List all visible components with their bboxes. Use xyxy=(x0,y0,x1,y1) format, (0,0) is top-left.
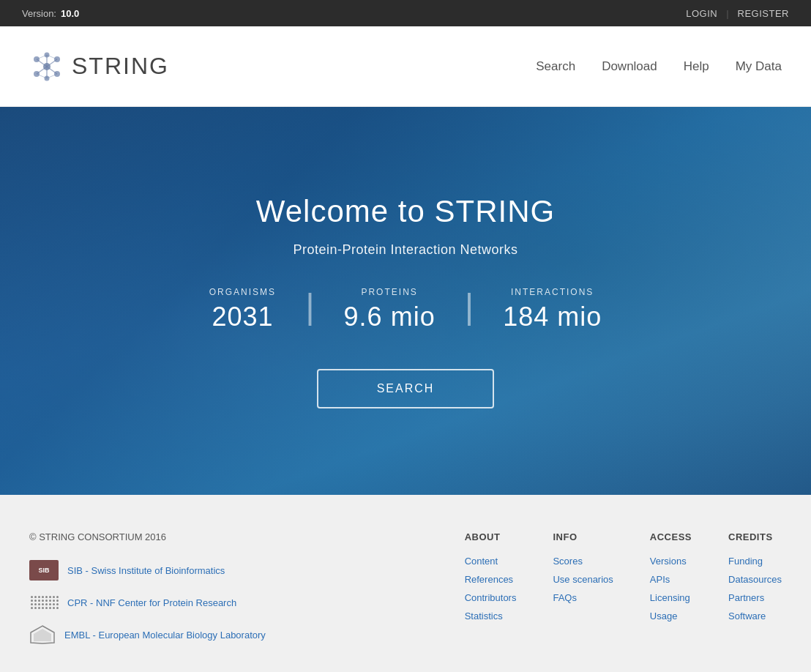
svg-line-9 xyxy=(37,67,47,74)
stat-interactions: INTERACTIONS 184 mio xyxy=(474,287,631,332)
footer-col-access: ACCESS Versions APIs Licensing Usage xyxy=(650,531,692,657)
sib-link[interactable]: SIB - Swiss Institute of Bioinformatics xyxy=(67,565,225,576)
top-bar: Version: 10.0 LOGIN | REGISTER xyxy=(0,0,811,26)
hero-section: Welcome to STRING Protein-Protein Intera… xyxy=(0,107,811,495)
register-link[interactable]: REGISTER xyxy=(738,8,789,19)
version-number: 10.0 xyxy=(61,8,79,19)
about-heading: ABOUT xyxy=(465,531,517,542)
interactions-value: 184 mio xyxy=(503,302,602,332)
access-usage-link[interactable]: Usage xyxy=(650,611,692,621)
access-heading: ACCESS xyxy=(650,531,692,542)
hero-content: Welcome to STRING Protein-Protein Intera… xyxy=(180,194,631,408)
footer-copyright: © STRING CONSORTIUM 2016 xyxy=(29,531,337,542)
footer-col-about: ABOUT Content References Contributors St… xyxy=(465,531,517,657)
stat-proteins: PROTEINS 9.6 mio xyxy=(315,287,465,332)
access-licensing-link[interactable]: Licensing xyxy=(650,592,692,603)
hero-stats: ORGANISMS 2031 | PROTEINS 9.6 mio | INTE… xyxy=(180,287,631,332)
svg-line-10 xyxy=(47,67,57,74)
info-heading: INFO xyxy=(553,531,613,542)
proteins-value: 9.6 mio xyxy=(344,302,436,332)
proteins-label: PROTEINS xyxy=(344,287,436,297)
auth-divider: | xyxy=(726,8,728,19)
footer-org-embl: EMBL - European Molecular Biology Labora… xyxy=(29,624,337,645)
interactions-label: INTERACTIONS xyxy=(503,287,602,297)
credits-software-link[interactable]: Software xyxy=(728,611,782,621)
footer: © STRING CONSORTIUM 2016 SIB SIB - Swiss… xyxy=(0,495,811,672)
version-info: Version: 10.0 xyxy=(22,8,79,19)
embl-logo xyxy=(29,624,56,645)
cpr-logo xyxy=(29,592,59,613)
footer-columns: ABOUT Content References Contributors St… xyxy=(337,531,782,657)
footer-org-cpr: CPR - NNF Center for Protein Research xyxy=(29,592,337,613)
about-content-link[interactable]: Content xyxy=(465,556,517,567)
hero-search-button[interactable]: SEARCH xyxy=(317,369,495,408)
nav-my-data[interactable]: My Data xyxy=(736,59,782,74)
stat-divider-1: | xyxy=(305,289,314,330)
auth-links: LOGIN | REGISTER xyxy=(686,8,789,19)
nav-search[interactable]: Search xyxy=(536,59,575,74)
organisms-label: ORGANISMS xyxy=(209,287,276,297)
credits-heading: CREDITS xyxy=(728,531,782,542)
sib-logo: SIB xyxy=(29,560,59,580)
login-link[interactable]: LOGIN xyxy=(686,8,717,19)
organisms-value: 2031 xyxy=(209,302,276,332)
about-contributors-link[interactable]: Contributors xyxy=(465,592,517,603)
logo-icon xyxy=(29,49,64,84)
credits-partners-link[interactable]: Partners xyxy=(728,592,782,603)
hero-title: Welcome to STRING xyxy=(180,194,631,229)
info-use-scenarios-link[interactable]: Use scenarios xyxy=(553,574,613,585)
about-statistics-link[interactable]: Statistics xyxy=(465,611,517,621)
info-faqs-link[interactable]: FAQs xyxy=(553,592,613,603)
info-scores-link[interactable]: Scores xyxy=(553,556,613,567)
footer-org-sib: SIB SIB - Swiss Institute of Bioinformat… xyxy=(29,560,337,580)
header: STRING Search Download Help My Data xyxy=(0,26,811,107)
access-versions-link[interactable]: Versions xyxy=(650,556,692,567)
credits-funding-link[interactable]: Funding xyxy=(728,556,782,567)
nav-download[interactable]: Download xyxy=(602,59,657,74)
logo-text: STRING xyxy=(72,53,169,80)
logo[interactable]: STRING xyxy=(29,49,169,84)
footer-col-info: INFO Scores Use scenarios FAQs xyxy=(553,531,613,657)
access-apis-link[interactable]: APIs xyxy=(650,574,692,585)
stat-divider-2: | xyxy=(465,289,474,330)
svg-line-8 xyxy=(47,59,57,67)
embl-link[interactable]: EMBL - European Molecular Biology Labora… xyxy=(64,630,266,641)
credits-datasources-link[interactable]: Datasources xyxy=(728,574,782,585)
cpr-link[interactable]: CPR - NNF Center for Protein Research xyxy=(67,597,236,608)
footer-left: © STRING CONSORTIUM 2016 SIB SIB - Swiss… xyxy=(29,531,337,657)
hero-subtitle: Protein-Protein Interaction Networks xyxy=(180,242,631,258)
svg-marker-18 xyxy=(34,629,51,641)
main-nav: Search Download Help My Data xyxy=(536,59,782,74)
nav-help[interactable]: Help xyxy=(684,59,709,74)
about-references-link[interactable]: References xyxy=(465,574,517,585)
svg-line-7 xyxy=(37,59,47,67)
footer-col-credits: CREDITS Funding Datasources Partners Sof… xyxy=(728,531,782,657)
version-label: Version: xyxy=(22,8,56,19)
stat-organisms: ORGANISMS 2031 xyxy=(180,287,305,332)
